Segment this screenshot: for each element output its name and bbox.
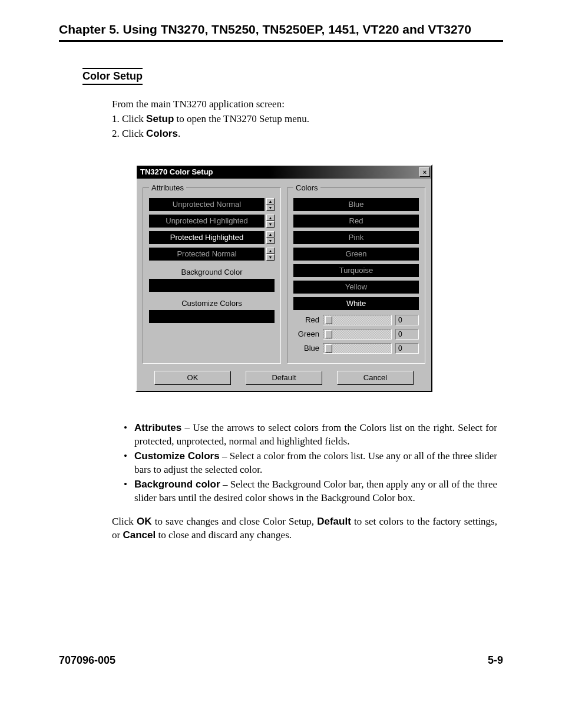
default-button[interactable]: Default: [246, 371, 322, 385]
bullet-list: • Attributes – Use the arrows to select …: [124, 421, 497, 505]
slider-thumb-icon: [325, 344, 332, 353]
bullet-background-color: • Background color – Select the Backgrou…: [124, 478, 497, 505]
intro-step-1: 1. Click Setup to open the TN3270 Setup …: [112, 113, 497, 126]
intro-lead: From the main TN3270 application screen:: [112, 98, 497, 111]
attributes-group: Attributes Unprotected Normal ▲▼ Unprote…: [143, 183, 281, 364]
colors-legend: Colors: [293, 183, 320, 192]
section-heading: Color Setup: [82, 68, 143, 85]
arrow-down-icon: ▼: [266, 238, 275, 244]
customize-color-swatch[interactable]: [149, 310, 275, 323]
slider-blue-label: Blue: [293, 344, 319, 353]
ok-button[interactable]: OK: [154, 371, 231, 385]
intro-text: From the main TN3270 application screen:…: [112, 98, 497, 141]
arrow-up-icon: ▲: [266, 231, 275, 238]
close-button[interactable]: ×: [419, 167, 430, 177]
closing-paragraph: Click OK to save changes and close Color…: [112, 515, 497, 542]
attr-unprotected-normal[interactable]: Unprotected Normal: [149, 198, 265, 211]
attr-spinner[interactable]: ▲▼: [266, 248, 275, 261]
page-footer: 707096-005 5-9: [59, 654, 503, 667]
slider-thumb-icon: [325, 330, 332, 338]
color-green[interactable]: Green: [293, 248, 419, 261]
slider-green-label: Green: [293, 330, 319, 338]
color-blue[interactable]: Blue: [293, 198, 419, 211]
background-color-swatch[interactable]: [149, 279, 275, 292]
color-white[interactable]: White: [293, 297, 419, 310]
attr-protected-normal[interactable]: Protected Normal: [149, 248, 265, 261]
slider-thumb-icon: [325, 316, 332, 324]
attr-unprotected-highlighted[interactable]: Unprotected Highlighted: [149, 215, 265, 228]
slider-red-label: Red: [293, 315, 319, 324]
color-yellow[interactable]: Yellow: [293, 281, 419, 294]
customize-colors-label: Customize Colors: [149, 299, 275, 308]
chapter-title: Chapter 5. Using TN3270, TN5250, TN5250E…: [59, 22, 503, 42]
dialog-titlebar: TN3270 Color Setup ×: [137, 166, 431, 179]
attr-protected-highlighted[interactable]: Protected Highlighted: [149, 231, 265, 244]
arrow-up-icon: ▲: [266, 248, 275, 254]
dialog-title: TN3270 Color Setup: [140, 167, 213, 176]
color-turquoise[interactable]: Turquoise: [293, 264, 419, 277]
attributes-legend: Attributes: [149, 183, 186, 192]
slider-blue-value[interactable]: 0: [395, 343, 419, 354]
color-setup-dialog: TN3270 Color Setup × Attributes Unprotec…: [135, 164, 432, 392]
intro-step-2: 2. Click Colors.: [112, 127, 497, 141]
slider-green[interactable]: [323, 329, 392, 340]
cancel-button[interactable]: Cancel: [337, 371, 414, 385]
attr-spinner[interactable]: ▲▼: [266, 215, 275, 228]
slider-red[interactable]: [323, 315, 392, 325]
slider-red-value[interactable]: 0: [395, 315, 419, 325]
attr-spinner[interactable]: ▲▼: [266, 231, 275, 244]
background-color-label: Background Color: [149, 268, 275, 276]
slider-green-value[interactable]: 0: [395, 329, 419, 340]
slider-blue[interactable]: [323, 343, 392, 354]
arrow-down-icon: ▼: [266, 205, 275, 211]
arrow-down-icon: ▼: [266, 221, 275, 228]
close-icon: ×: [423, 169, 427, 176]
color-pink[interactable]: Pink: [293, 231, 419, 244]
bullet-customize-colors: • Customize Colors – Select a color from…: [124, 450, 497, 477]
page-number: 5-9: [488, 654, 503, 667]
attr-spinner[interactable]: ▲▼: [266, 198, 275, 211]
color-red[interactable]: Red: [293, 215, 419, 228]
doc-number: 707096-005: [59, 654, 115, 667]
arrow-up-icon: ▲: [266, 215, 275, 221]
colors-group: Colors Blue Red Pink Green Turquoise Yel…: [287, 183, 425, 364]
arrow-down-icon: ▼: [266, 254, 275, 261]
arrow-up-icon: ▲: [266, 198, 275, 205]
bullet-attributes: • Attributes – Use the arrows to select …: [124, 421, 497, 449]
